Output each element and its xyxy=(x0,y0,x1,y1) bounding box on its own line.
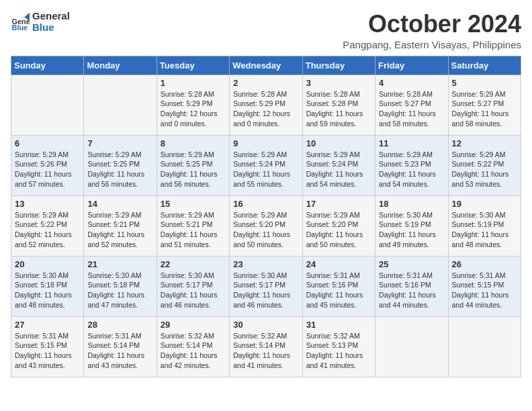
calendar-cell: 24Sunrise: 5:31 AM Sunset: 5:16 PM Dayli… xyxy=(302,256,375,316)
calendar-cell: 14Sunrise: 5:29 AM Sunset: 5:21 PM Dayli… xyxy=(84,195,157,256)
day-info: Sunrise: 5:32 AM Sunset: 5:14 PM Dayligh… xyxy=(233,331,298,371)
weekday-header: Saturday xyxy=(448,56,521,75)
calendar-cell: 21Sunrise: 5:30 AM Sunset: 5:18 PM Dayli… xyxy=(84,256,157,316)
calendar-week-row: 1Sunrise: 5:28 AM Sunset: 5:29 PM Daylig… xyxy=(11,75,521,135)
calendar-cell: 19Sunrise: 5:30 AM Sunset: 5:19 PM Dayli… xyxy=(448,195,521,256)
calendar-cell: 20Sunrise: 5:30 AM Sunset: 5:18 PM Dayli… xyxy=(11,256,84,316)
calendar-cell: 28Sunrise: 5:31 AM Sunset: 5:14 PM Dayli… xyxy=(84,316,157,377)
weekday-header: Friday xyxy=(375,56,448,75)
calendar-cell: 2Sunrise: 5:28 AM Sunset: 5:29 PM Daylig… xyxy=(230,75,302,135)
day-info: Sunrise: 5:28 AM Sunset: 5:29 PM Dayligh… xyxy=(233,89,298,129)
calendar-cell: 4Sunrise: 5:28 AM Sunset: 5:27 PM Daylig… xyxy=(375,75,448,135)
day-info: Sunrise: 5:30 AM Sunset: 5:18 PM Dayligh… xyxy=(87,271,152,310)
day-number: 26 xyxy=(452,259,517,269)
day-number: 2 xyxy=(233,78,298,88)
calendar-week-row: 20Sunrise: 5:30 AM Sunset: 5:18 PM Dayli… xyxy=(11,256,521,316)
day-info: Sunrise: 5:32 AM Sunset: 5:14 PM Dayligh… xyxy=(161,331,226,371)
calendar-week-row: 13Sunrise: 5:29 AM Sunset: 5:22 PM Dayli… xyxy=(11,195,521,256)
day-info: Sunrise: 5:30 AM Sunset: 5:18 PM Dayligh… xyxy=(15,271,80,310)
day-number: 10 xyxy=(306,138,371,148)
day-info: Sunrise: 5:29 AM Sunset: 5:24 PM Dayligh… xyxy=(306,150,371,189)
day-number: 6 xyxy=(15,138,80,148)
day-number: 18 xyxy=(379,199,444,209)
day-number: 11 xyxy=(379,138,444,148)
logo: General Blue General Blue xyxy=(11,11,70,33)
calendar-cell: 7Sunrise: 5:29 AM Sunset: 5:25 PM Daylig… xyxy=(84,135,157,195)
calendar-cell: 6Sunrise: 5:29 AM Sunset: 5:26 PM Daylig… xyxy=(11,135,84,195)
day-number: 8 xyxy=(161,138,226,148)
day-info: Sunrise: 5:29 AM Sunset: 5:25 PM Dayligh… xyxy=(161,150,226,189)
day-info: Sunrise: 5:31 AM Sunset: 5:15 PM Dayligh… xyxy=(15,331,80,371)
day-number: 24 xyxy=(306,259,371,269)
calendar-cell: 23Sunrise: 5:30 AM Sunset: 5:17 PM Dayli… xyxy=(230,256,302,316)
day-info: Sunrise: 5:29 AM Sunset: 5:22 PM Dayligh… xyxy=(452,150,517,189)
day-info: Sunrise: 5:31 AM Sunset: 5:16 PM Dayligh… xyxy=(379,271,444,310)
calendar-cell xyxy=(11,75,84,135)
logo-icon: General Blue xyxy=(11,13,30,32)
weekday-header: Monday xyxy=(84,56,157,75)
day-info: Sunrise: 5:29 AM Sunset: 5:23 PM Dayligh… xyxy=(379,150,444,189)
day-number: 16 xyxy=(233,199,298,209)
day-number: 14 xyxy=(87,199,152,209)
calendar-body: 1Sunrise: 5:28 AM Sunset: 5:29 PM Daylig… xyxy=(11,75,521,377)
day-number: 28 xyxy=(87,320,152,330)
calendar-cell xyxy=(375,316,448,377)
calendar-cell: 27Sunrise: 5:31 AM Sunset: 5:15 PM Dayli… xyxy=(11,316,84,377)
day-info: Sunrise: 5:29 AM Sunset: 5:22 PM Dayligh… xyxy=(15,210,80,250)
day-info: Sunrise: 5:31 AM Sunset: 5:14 PM Dayligh… xyxy=(87,331,152,371)
calendar-cell: 29Sunrise: 5:32 AM Sunset: 5:14 PM Dayli… xyxy=(157,316,229,377)
calendar-cell: 5Sunrise: 5:29 AM Sunset: 5:27 PM Daylig… xyxy=(448,75,521,135)
day-number: 13 xyxy=(15,199,80,209)
day-number: 25 xyxy=(379,259,444,269)
weekday-header: Thursday xyxy=(302,56,375,75)
day-number: 12 xyxy=(452,138,517,148)
calendar-cell xyxy=(84,75,157,135)
calendar-cell: 10Sunrise: 5:29 AM Sunset: 5:24 PM Dayli… xyxy=(302,135,375,195)
logo-line2: Blue xyxy=(32,22,70,34)
calendar-cell: 17Sunrise: 5:29 AM Sunset: 5:20 PM Dayli… xyxy=(302,195,375,256)
day-number: 31 xyxy=(306,320,371,330)
calendar-cell xyxy=(448,316,521,377)
day-info: Sunrise: 5:29 AM Sunset: 5:20 PM Dayligh… xyxy=(306,210,371,250)
day-info: Sunrise: 5:28 AM Sunset: 5:28 PM Dayligh… xyxy=(306,89,371,129)
calendar-cell: 11Sunrise: 5:29 AM Sunset: 5:23 PM Dayli… xyxy=(375,135,448,195)
day-info: Sunrise: 5:30 AM Sunset: 5:17 PM Dayligh… xyxy=(233,271,298,310)
day-number: 27 xyxy=(15,320,80,330)
svg-text:Blue: Blue xyxy=(12,24,28,32)
calendar-cell: 31Sunrise: 5:32 AM Sunset: 5:13 PM Dayli… xyxy=(302,316,375,377)
day-info: Sunrise: 5:31 AM Sunset: 5:15 PM Dayligh… xyxy=(452,271,517,310)
calendar-cell: 15Sunrise: 5:29 AM Sunset: 5:21 PM Dayli… xyxy=(157,195,229,256)
weekday-header: Sunday xyxy=(11,56,84,75)
day-number: 3 xyxy=(306,78,371,88)
calendar-cell: 8Sunrise: 5:29 AM Sunset: 5:25 PM Daylig… xyxy=(157,135,229,195)
header: General Blue General Blue October 2024 P… xyxy=(11,11,521,50)
day-number: 29 xyxy=(161,320,226,330)
day-info: Sunrise: 5:30 AM Sunset: 5:17 PM Dayligh… xyxy=(161,271,226,310)
calendar-week-row: 6Sunrise: 5:29 AM Sunset: 5:26 PM Daylig… xyxy=(11,135,521,195)
day-number: 30 xyxy=(233,320,298,330)
calendar-week-row: 27Sunrise: 5:31 AM Sunset: 5:15 PM Dayli… xyxy=(11,316,521,377)
day-number: 15 xyxy=(161,199,226,209)
day-number: 4 xyxy=(379,78,444,88)
day-info: Sunrise: 5:29 AM Sunset: 5:21 PM Dayligh… xyxy=(87,210,152,250)
day-number: 7 xyxy=(87,138,152,148)
calendar-cell: 13Sunrise: 5:29 AM Sunset: 5:22 PM Dayli… xyxy=(11,195,84,256)
day-number: 21 xyxy=(87,259,152,269)
day-number: 1 xyxy=(161,78,226,88)
day-number: 9 xyxy=(233,138,298,148)
calendar-cell: 12Sunrise: 5:29 AM Sunset: 5:22 PM Dayli… xyxy=(448,135,521,195)
calendar-cell: 26Sunrise: 5:31 AM Sunset: 5:15 PM Dayli… xyxy=(448,256,521,316)
calendar-cell: 22Sunrise: 5:30 AM Sunset: 5:17 PM Dayli… xyxy=(157,256,229,316)
day-info: Sunrise: 5:29 AM Sunset: 5:26 PM Dayligh… xyxy=(15,150,80,189)
calendar-cell: 3Sunrise: 5:28 AM Sunset: 5:28 PM Daylig… xyxy=(302,75,375,135)
day-info: Sunrise: 5:30 AM Sunset: 5:19 PM Dayligh… xyxy=(379,210,444,250)
day-number: 17 xyxy=(306,199,371,209)
day-info: Sunrise: 5:29 AM Sunset: 5:25 PM Dayligh… xyxy=(87,150,152,189)
calendar-cell: 1Sunrise: 5:28 AM Sunset: 5:29 PM Daylig… xyxy=(157,75,229,135)
calendar-header: SundayMondayTuesdayWednesdayThursdayFrid… xyxy=(11,56,521,75)
title-area: October 2024 Pangpang, Eastern Visayas, … xyxy=(343,11,521,50)
day-info: Sunrise: 5:29 AM Sunset: 5:21 PM Dayligh… xyxy=(161,210,226,250)
subtitle: Pangpang, Eastern Visayas, Philippines xyxy=(343,39,521,50)
weekday-header: Wednesday xyxy=(230,56,302,75)
calendar-cell: 18Sunrise: 5:30 AM Sunset: 5:19 PM Dayli… xyxy=(375,195,448,256)
